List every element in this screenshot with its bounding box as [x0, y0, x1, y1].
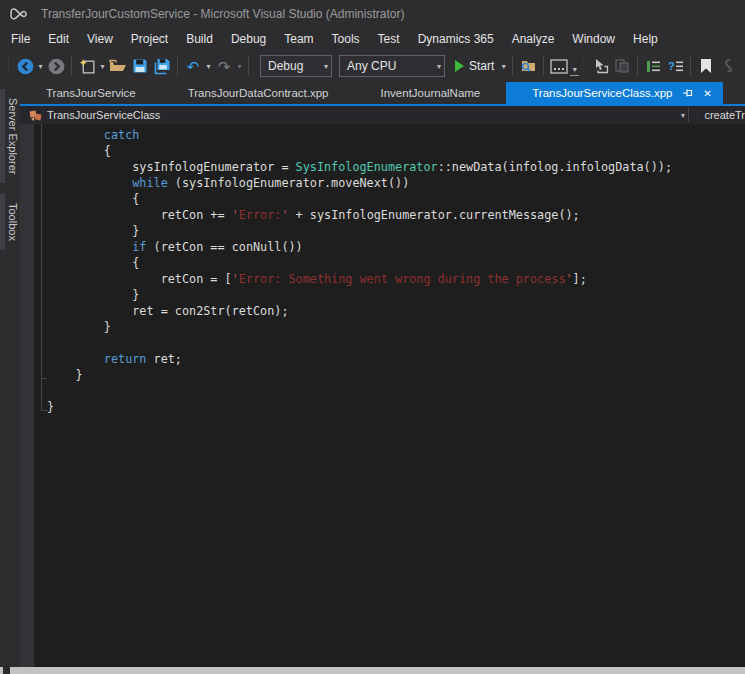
forward-arrow-icon: [48, 58, 65, 75]
toolbar-separator: [71, 56, 72, 76]
copy-element-button[interactable]: [611, 55, 633, 77]
code-line[interactable]: }: [47, 399, 745, 415]
toolbox-window-dropdown[interactable]: ▾: [570, 65, 579, 76]
code-line[interactable]: ret = con2Str(retCon);: [47, 303, 745, 319]
menu-dynamics-365[interactable]: Dynamics 365: [409, 29, 503, 49]
chevron-down-icon: ▾: [435, 62, 444, 71]
tab-transjourserviceclass-xpp[interactable]: TransJourServiceClass.xpp✕: [506, 82, 723, 104]
navigate-backward-button[interactable]: [14, 55, 36, 77]
class-icon: [29, 109, 42, 122]
select-element-button[interactable]: [589, 55, 611, 77]
document-area: TransJourServiceTransJourDataContract.xp…: [20, 82, 745, 667]
menu-debug[interactable]: Debug: [222, 29, 275, 49]
redo-button[interactable]: ↷: [213, 55, 235, 77]
menu-project[interactable]: Project: [122, 29, 177, 49]
menu-bar: FileEditViewProjectBuildDebugTeamToolsTe…: [0, 28, 745, 50]
menu-build[interactable]: Build: [177, 29, 222, 49]
toggle-bookmark-button[interactable]: [695, 55, 717, 77]
type-dropdown[interactable]: TransJourServiceClass ▾: [20, 109, 688, 122]
visual-studio-logo-icon[interactable]: [9, 4, 29, 24]
tab-label: InventJournalName: [381, 87, 481, 99]
list-help-icon: ?: [667, 59, 684, 74]
show-help-list-button[interactable]: ?: [664, 55, 686, 77]
copy-icon: [614, 58, 631, 74]
main-area: Server ExplorerToolbox TransJourServiceT…: [0, 82, 745, 667]
cursor-select-icon: [591, 58, 609, 74]
code-editor[interactable]: catch { sysInfologEnumerator = SysInfolo…: [20, 124, 745, 667]
sidebar-tab-server-explorer[interactable]: Server Explorer: [0, 89, 20, 183]
window-title: TransferJourCustomService - Microsoft Vi…: [41, 7, 404, 21]
navigate-forward-button[interactable]: [45, 55, 67, 77]
menu-tools[interactable]: Tools: [323, 29, 369, 49]
start-label: Start: [469, 59, 494, 73]
code-line[interactable]: }: [47, 287, 745, 303]
editor-indicator-margin[interactable]: [20, 124, 34, 667]
save-all-button[interactable]: [151, 55, 173, 77]
menu-window[interactable]: Window: [563, 29, 624, 49]
undo-dropdown[interactable]: ▾: [204, 62, 213, 71]
toolbar-grip-handle[interactable]: [7, 56, 11, 76]
chevron-down-icon: ▾: [679, 111, 688, 120]
toolbox-window-button[interactable]: [548, 55, 570, 77]
pin-icon[interactable]: [682, 87, 694, 99]
undo-button[interactable]: ↶: [182, 55, 204, 77]
toolbar-separator: [177, 56, 178, 76]
sidebar-tab-toolbox[interactable]: Toolbox: [0, 194, 20, 250]
menu-view[interactable]: View: [78, 29, 122, 49]
code-line[interactable]: sysInfologEnumerator = SysInfologEnumera…: [47, 159, 745, 175]
solution-platform-value: Any CPU: [347, 59, 396, 73]
chevron-down-icon: ▾: [322, 62, 331, 71]
toolbar-separator: [690, 56, 691, 76]
start-debugging-button[interactable]: Start ▾: [455, 59, 508, 73]
code-line[interactable]: [47, 383, 745, 399]
menu-edit[interactable]: Edit: [39, 29, 78, 49]
menu-analyze[interactable]: Analyze: [503, 29, 564, 49]
code-line[interactable]: }: [47, 319, 745, 335]
code-line[interactable]: [47, 335, 745, 351]
solution-configuration-combo[interactable]: Debug ▾: [260, 55, 332, 77]
code-line[interactable]: {: [47, 255, 745, 271]
code-line[interactable]: }: [47, 223, 745, 239]
find-in-files-button[interactable]: [517, 55, 539, 77]
solution-platform-combo[interactable]: Any CPU ▾: [339, 55, 445, 77]
menu-test[interactable]: Test: [369, 29, 409, 49]
toolbar-grip-handle[interactable]: [582, 56, 586, 76]
toolbar-separator: [248, 56, 249, 76]
tab-label: TransJourService: [46, 87, 136, 99]
new-project-button[interactable]: [76, 55, 98, 77]
visual-studio-window: { "titlebar": { "title": "TransferJourCu…: [0, 0, 745, 674]
code-line[interactable]: catch: [47, 127, 745, 143]
code-line[interactable]: {: [47, 191, 745, 207]
tab-transjourservice[interactable]: TransJourService: [20, 82, 162, 104]
code-line[interactable]: if (retCon == conNull()): [47, 239, 745, 255]
menu-team[interactable]: Team: [275, 29, 322, 49]
code-line[interactable]: {: [47, 143, 745, 159]
code-line[interactable]: retCon = ['Error: Something went wrong d…: [47, 271, 745, 287]
tab-label: TransJourDataContract.xpp: [188, 87, 329, 99]
code-surface: catch { sysInfologEnumerator = SysInfolo…: [47, 127, 745, 415]
show-threads-button[interactable]: [642, 55, 664, 77]
solution-configuration-value: Debug: [268, 59, 303, 73]
open-folder-icon: [109, 58, 127, 74]
open-file-button[interactable]: [107, 55, 129, 77]
main-toolbar: ▾ ▾ ↶ ▾ ↷: [0, 50, 745, 82]
redo-dropdown[interactable]: ▾: [235, 62, 244, 71]
method-icon: [697, 109, 698, 121]
navigate-backward-dropdown[interactable]: ▾: [36, 62, 45, 71]
menu-file[interactable]: File: [2, 29, 39, 49]
new-project-dropdown[interactable]: ▾: [98, 62, 107, 71]
code-line[interactable]: return ret;: [47, 351, 745, 367]
start-dropdown[interactable]: ▾: [499, 62, 508, 71]
code-line[interactable]: }: [47, 367, 745, 383]
tab-inventjournalname[interactable]: InventJournalName: [355, 82, 507, 104]
dialog-window-icon: [550, 59, 568, 74]
code-line[interactable]: while (sysInfologEnumerator.moveNext()): [47, 175, 745, 191]
member-dropdown[interactable]: createTr: [689, 109, 745, 121]
tab-transjourdatacontract-xpp[interactable]: TransJourDataContract.xpp: [162, 82, 355, 104]
menu-help[interactable]: Help: [624, 29, 667, 49]
autohide-tab-strip: Server ExplorerToolbox: [0, 82, 20, 667]
close-icon[interactable]: ✕: [701, 88, 713, 99]
save-button[interactable]: [129, 55, 151, 77]
clipped-toolbar-button[interactable]: [717, 55, 739, 77]
code-line[interactable]: retCon += 'Error:' + sysInfologEnumerato…: [47, 207, 745, 223]
